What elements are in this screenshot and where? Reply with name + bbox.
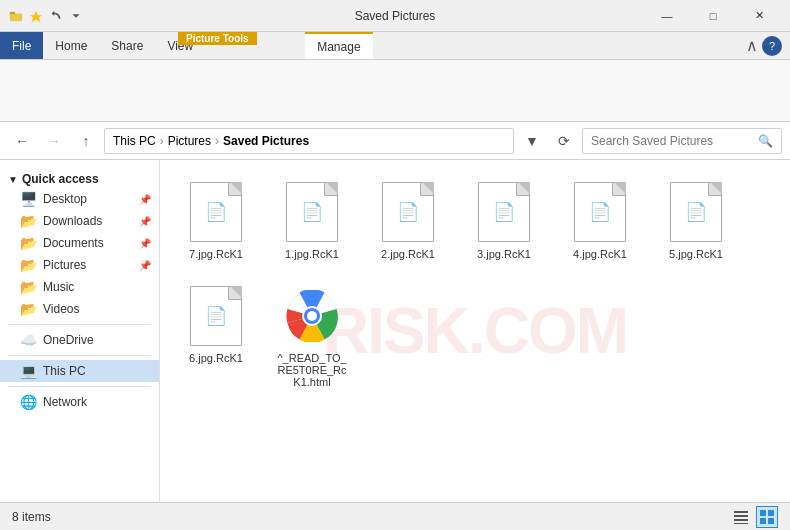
- sidebar-item-videos-label: Videos: [43, 302, 79, 316]
- sidebar-item-downloads[interactable]: 📂 Downloads 📌: [0, 210, 159, 232]
- svg-rect-11: [734, 519, 748, 521]
- search-box[interactable]: 🔍: [582, 128, 782, 154]
- quick-access-icon: [28, 8, 44, 24]
- undo-icon[interactable]: [48, 8, 64, 24]
- tab-file[interactable]: File: [0, 32, 43, 59]
- path-pictures[interactable]: Pictures: [168, 134, 211, 148]
- window-controls: — □ ✕: [644, 0, 782, 32]
- music-folder-icon: 📂: [20, 279, 37, 295]
- content-area: RISK.COM 📄 7.jpg.RcK1 📄 1.jpg.RcK1: [160, 160, 790, 502]
- svg-marker-2: [30, 10, 42, 21]
- sidebar-item-thispc-label: This PC: [43, 364, 86, 378]
- file-item-4jpg[interactable]: 📄 4.jpg.RcK1: [560, 176, 640, 264]
- file-label-6jpg: 6.jpg.RcK1: [189, 352, 243, 364]
- sidebar-divider-1: [8, 324, 151, 325]
- address-path[interactable]: This PC › Pictures › Saved Pictures: [104, 128, 514, 154]
- svg-rect-0: [10, 13, 22, 21]
- svg-rect-15: [760, 518, 766, 524]
- sidebar-item-network[interactable]: 🌐 Network: [0, 391, 159, 413]
- refresh-button[interactable]: ⟳: [550, 127, 578, 155]
- thispc-icon: 💻: [20, 363, 37, 379]
- item-count: 8 items: [12, 510, 51, 524]
- desktop-folder-icon: 🖥️: [20, 191, 37, 207]
- file-icon-3jpg: 📄: [472, 180, 536, 244]
- sidebar-item-onedrive[interactable]: ☁️ OneDrive: [0, 329, 159, 351]
- details-view-button[interactable]: [730, 506, 752, 528]
- file-page-3jpg: 📄: [478, 182, 530, 242]
- watermark: RISK.COM: [323, 294, 627, 368]
- svg-rect-14: [768, 510, 774, 516]
- sidebar-item-videos[interactable]: 📂 Videos: [0, 298, 159, 320]
- path-sep1: ›: [160, 134, 164, 148]
- file-icon-2jpg: 📄: [376, 180, 440, 244]
- path-saved-pictures[interactable]: Saved Pictures: [223, 134, 309, 148]
- file-label-3jpg: 3.jpg.RcK1: [477, 248, 531, 260]
- svg-rect-10: [734, 515, 748, 517]
- path-thispc[interactable]: This PC: [113, 134, 156, 148]
- downloads-pin-icon: 📌: [139, 216, 151, 227]
- forward-button: →: [40, 127, 68, 155]
- quick-access-chevron: ▼: [8, 174, 18, 185]
- path-dropdown-button[interactable]: ▼: [518, 127, 546, 155]
- tab-manage[interactable]: Manage: [305, 32, 372, 59]
- chrome-svg-icon: [286, 290, 338, 342]
- sidebar-item-documents[interactable]: 📂 Documents 📌: [0, 232, 159, 254]
- quick-access-header[interactable]: ▼ Quick access: [0, 168, 159, 188]
- file-item-2jpg[interactable]: 📄 2.jpg.RcK1: [368, 176, 448, 264]
- svg-point-8: [307, 311, 317, 321]
- sidebar-item-downloads-label: Downloads: [43, 214, 102, 228]
- svg-rect-12: [734, 523, 748, 524]
- file-icon-4jpg: 📄: [568, 180, 632, 244]
- up-button[interactable]: ↑: [72, 127, 100, 155]
- file-item-readme[interactable]: ^_READ_TO_RE5T0RE_RcK1.html: [272, 280, 352, 392]
- file-page-7jpg: 📄: [190, 182, 242, 242]
- ribbon-tabs: File Home Share View Picture Tools Manag…: [0, 32, 790, 60]
- ribbon-collapse-button[interactable]: ∧: [746, 36, 758, 55]
- file-page-4jpg: 📄: [574, 182, 626, 242]
- minimize-button[interactable]: —: [644, 0, 690, 32]
- sidebar-item-desktop[interactable]: 🖥️ Desktop 📌: [0, 188, 159, 210]
- ribbon-content: [0, 60, 790, 122]
- tab-home[interactable]: Home: [43, 32, 99, 59]
- desktop-pin-icon: 📌: [139, 194, 151, 205]
- onedrive-icon: ☁️: [20, 332, 37, 348]
- view-controls: [730, 506, 778, 528]
- pictures-folder-icon: 📂: [20, 257, 37, 273]
- ribbon-area: File Home Share View Picture Tools Manag…: [0, 32, 790, 122]
- sidebar-item-music[interactable]: 📂 Music: [0, 276, 159, 298]
- tab-share[interactable]: Share: [99, 32, 155, 59]
- svg-rect-9: [734, 511, 748, 513]
- sidebar-item-thispc[interactable]: 💻 This PC: [0, 360, 159, 382]
- file-icon-readme: [280, 284, 344, 348]
- back-button[interactable]: ←: [8, 127, 36, 155]
- file-label-2jpg: 2.jpg.RcK1: [381, 248, 435, 260]
- network-icon: 🌐: [20, 394, 37, 410]
- documents-pin-icon: 📌: [139, 238, 151, 249]
- search-icon[interactable]: 🔍: [758, 134, 773, 148]
- file-item-7jpg[interactable]: 📄 7.jpg.RcK1: [176, 176, 256, 264]
- large-icons-view-button[interactable]: [756, 506, 778, 528]
- downloads-folder-icon: 📂: [20, 213, 37, 229]
- file-item-5jpg[interactable]: 📄 5.jpg.RcK1: [656, 176, 736, 264]
- title-bar: Picture Tools Saved Pictures — □ ✕: [0, 0, 790, 32]
- quick-access-label: Quick access: [22, 172, 99, 186]
- close-button[interactable]: ✕: [736, 0, 782, 32]
- file-item-6jpg[interactable]: 📄 6.jpg.RcK1: [176, 280, 256, 392]
- status-bar: 8 items: [0, 502, 790, 530]
- svg-rect-1: [10, 11, 15, 14]
- sidebar-item-pictures[interactable]: 📂 Pictures 📌: [0, 254, 159, 276]
- file-label-7jpg: 7.jpg.RcK1: [189, 248, 243, 260]
- sidebar-divider-3: [8, 386, 151, 387]
- file-label-4jpg: 4.jpg.RcK1: [573, 248, 627, 260]
- file-item-1jpg[interactable]: 📄 1.jpg.RcK1: [272, 176, 352, 264]
- help-button[interactable]: ?: [762, 36, 782, 56]
- sidebar-item-network-label: Network: [43, 395, 87, 409]
- tab-view[interactable]: View: [155, 32, 205, 59]
- file-item-3jpg[interactable]: 📄 3.jpg.RcK1: [464, 176, 544, 264]
- maximize-button[interactable]: □: [690, 0, 736, 32]
- file-page-6jpg: 📄: [190, 286, 242, 346]
- documents-folder-icon: 📂: [20, 235, 37, 251]
- search-input[interactable]: [591, 134, 754, 148]
- down-arrow-icon[interactable]: [68, 8, 84, 24]
- window-title: Saved Pictures: [355, 9, 436, 23]
